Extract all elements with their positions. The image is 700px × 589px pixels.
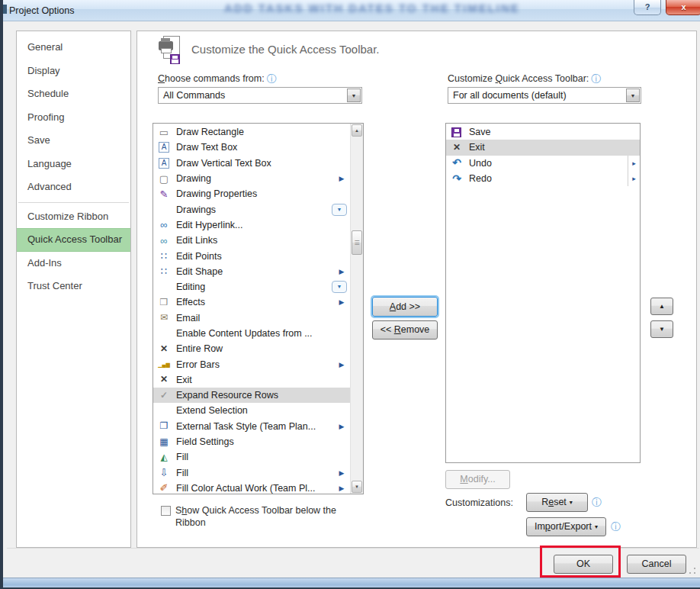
command-item[interactable]: Drawings▼ (153, 201, 350, 217)
command-label: Draw Vertical Text Box (176, 158, 350, 169)
customize-qat-dropdown[interactable]: For all documents (default) ▼ (448, 87, 641, 104)
command-label: Edit Points (176, 251, 350, 262)
command-item[interactable]: Enable Content Updates from ... (153, 326, 350, 341)
sidebar-item-advanced[interactable]: Advanced (17, 175, 130, 199)
command-item[interactable]: ADraw Text Box (153, 140, 350, 155)
qat-item[interactable]: ↶Undo▸ (446, 156, 640, 171)
submenu-arrow-icon[interactable]: ▸ (628, 171, 640, 186)
command-label: Edit Shape (176, 266, 333, 277)
scroll-down-icon[interactable]: ▼ (352, 481, 362, 493)
chevron-down-icon[interactable]: ▼ (347, 89, 361, 102)
sidebar: GeneralDisplayScheduleProofingSaveLangua… (16, 31, 131, 548)
command-item[interactable]: ❐External Task Style (Team Plan...▶ (153, 419, 350, 434)
sidebar-item-customize-ribbon[interactable]: Customize Ribbon (17, 205, 130, 229)
dropdown-pill-icon[interactable]: ▼ (332, 204, 347, 216)
command-item[interactable]: ⇩Fill▶ (153, 465, 350, 481)
add-button[interactable]: Add >> (372, 297, 438, 317)
command-item[interactable]: ADraw Vertical Text Box (153, 156, 350, 171)
chevron-down-icon[interactable]: ▼ (626, 89, 640, 102)
command-item[interactable]: ◭Fill (153, 449, 350, 465)
sidebar-item-add-ins[interactable]: Add-Ins (17, 252, 130, 275)
sidebar-item-display[interactable]: Display (17, 60, 130, 83)
qat-item[interactable]: ↷Redo▸ (446, 171, 640, 186)
save-icon (451, 127, 461, 137)
show-qat-below-ribbon-checkbox[interactable] (161, 506, 171, 516)
command-item[interactable]: ▢Drawing▶ (153, 171, 350, 186)
background-ribbon-text: ADD TASKS WITH DATES TO THE TIMELINE (224, 2, 514, 14)
info-icon[interactable]: ⓘ (611, 520, 621, 534)
command-item[interactable]: ✕Entire Row (153, 341, 350, 356)
customize-qat-value: For all documents (default) (453, 90, 567, 101)
project-options-dialog: ADD TASKS WITH DATES TO THE TIMELINE Pro… (0, 0, 700, 589)
command-item[interactable]: ✉Email (153, 311, 350, 326)
external-task-icon: ❐ (158, 420, 170, 432)
field-settings-icon: ▦ (158, 436, 170, 448)
move-down-button[interactable]: ▼ (650, 320, 673, 338)
sidebar-item-save[interactable]: Save (17, 129, 130, 153)
sidebar-item-general[interactable]: General (17, 36, 130, 60)
resize-grip[interactable] (689, 567, 696, 575)
dropdown-pill-icon[interactable]: ▼ (332, 281, 347, 293)
blank-icon (158, 282, 170, 293)
command-item[interactable]: ▁▄▆Error Bars▶ (153, 356, 350, 372)
links-icon: ∞ (158, 235, 170, 246)
commands-list[interactable]: ▭Draw RectangleADraw Text BoxADraw Verti… (153, 123, 364, 494)
window-bottom-frame (3, 578, 700, 589)
scroll-up-icon[interactable]: ▲ (352, 124, 362, 137)
command-item[interactable]: ✕Exit (153, 372, 350, 388)
command-item[interactable]: ∞Edit Hyperlink... (153, 217, 350, 233)
scrollbar-thumb[interactable]: ☰ (352, 230, 362, 255)
qat-list[interactable]: Save✕Exit↶Undo▸↷Redo▸ (445, 123, 641, 463)
info-icon[interactable]: ⓘ (592, 496, 602, 510)
qat-item[interactable]: ✕Exit (446, 140, 640, 155)
command-item[interactable]: ∷Edit Shape▶ (153, 264, 350, 279)
command-label: Draw Rectangle (176, 127, 350, 137)
import-export-button[interactable]: Import/Export▾ (526, 517, 606, 536)
submenu-arrow-icon: ▶ (333, 298, 350, 306)
reset-button[interactable]: Reset▾ (526, 493, 588, 512)
sidebar-item-schedule[interactable]: Schedule (17, 82, 130, 106)
command-item[interactable]: Editing▼ (153, 279, 350, 294)
choose-commands-value: All Commands (163, 90, 225, 101)
sidebar-item-quick-access-toolbar[interactable]: Quick Access Toolbar (17, 228, 130, 252)
help-button[interactable]: ? (634, 0, 661, 15)
annotation-highlight (540, 546, 621, 578)
close-icon[interactable]: x (666, 0, 700, 15)
app-icon (3, 5, 7, 14)
titlebar[interactable]: ADD TASKS WITH DATES TO THE TIMELINE Pro… (3, 0, 700, 21)
text-box-icon: A (159, 142, 169, 153)
fill-down-icon: ⇩ (158, 467, 170, 478)
command-label: Drawing (176, 173, 333, 184)
modify-button: Modify... (445, 470, 510, 489)
submenu-arrow-icon: ▶ (333, 423, 350, 430)
command-item[interactable]: ❒Effects▶ (153, 294, 350, 310)
blank-icon (158, 405, 170, 417)
remove-button[interactable]: << Remove (372, 320, 438, 340)
submenu-arrow-icon[interactable]: ▸ (628, 156, 640, 171)
redo-icon: ↷ (451, 173, 463, 185)
info-icon[interactable]: ⓘ (267, 72, 277, 86)
command-item[interactable]: ✐Fill Color Actual Work (Team Pl...▶ (153, 481, 350, 494)
info-icon[interactable]: ⓘ (591, 72, 601, 86)
sidebar-item-proofing[interactable]: Proofing (17, 106, 130, 130)
command-item[interactable]: Extend Selection (153, 403, 350, 418)
command-item[interactable]: ∷Edit Points (153, 248, 350, 263)
effects-icon: ❒ (158, 297, 170, 308)
move-up-button[interactable]: ▲ (650, 298, 673, 315)
vertical-text-box-icon: A (159, 158, 169, 169)
choose-commands-dropdown[interactable]: All Commands ▼ (158, 87, 362, 104)
qat-item-label: Exit (469, 142, 640, 153)
scrollbar[interactable]: ▲ ☰ ▼ (350, 124, 363, 494)
command-item[interactable]: ✓Expand Resource Rows (153, 388, 350, 403)
command-item[interactable]: ▦Field Settings (153, 434, 350, 449)
command-item[interactable]: ∞Edit Links (153, 233, 350, 248)
qat-item-label: Redo (469, 173, 628, 184)
page-title: Customize the Quick Access Toolbar. (191, 43, 380, 56)
sidebar-item-language[interactable]: Language (17, 153, 130, 176)
command-item[interactable]: ✎Drawing Properties (153, 186, 350, 201)
cancel-button[interactable]: Cancel (627, 555, 686, 574)
email-icon: ✉ (158, 312, 170, 323)
sidebar-item-trust-center[interactable]: Trust Center (17, 275, 130, 298)
command-item[interactable]: ▭Draw Rectangle (153, 124, 350, 140)
qat-item[interactable]: Save (446, 124, 640, 140)
